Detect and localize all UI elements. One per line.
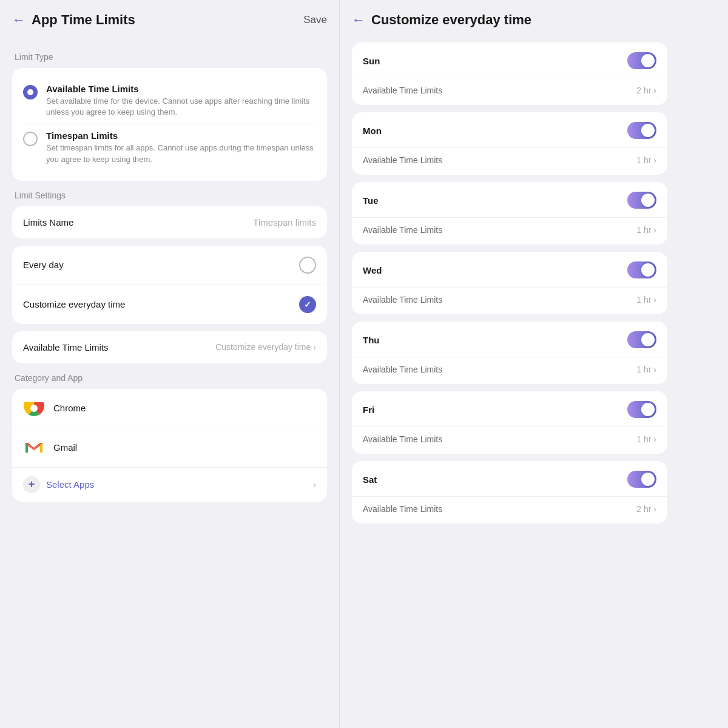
radio-option-timespan[interactable]: Timespan Limits Set timespan limits for … xyxy=(23,124,316,170)
day-time-label-fri: Available Time Limits xyxy=(363,434,442,444)
day-time-row-fri[interactable]: Available Time Limits 1 hr › xyxy=(352,426,667,454)
toggle-knob xyxy=(641,194,655,207)
day-header-sat: Sat xyxy=(352,461,667,496)
day-time-value-tue: 1 hr › xyxy=(636,225,656,235)
day-time-value-fri: 1 hr › xyxy=(636,434,656,444)
day-time-value-mon: 1 hr › xyxy=(636,155,656,165)
day-card-wed: Wed Available Time Limits 1 hr › xyxy=(352,252,667,314)
day-time-value-sun: 2 hr › xyxy=(636,86,656,95)
plus-icon: + xyxy=(23,476,40,493)
save-button[interactable]: Save xyxy=(303,14,327,26)
day-chevron-icon: › xyxy=(653,155,656,165)
customize-everyday-row[interactable]: Customize everyday time xyxy=(12,285,327,324)
day-card-thu: Thu Available Time Limits 1 hr › xyxy=(352,322,667,384)
day-time-row-mon[interactable]: Available Time Limits 1 hr › xyxy=(352,147,667,175)
select-apps-row[interactable]: + Select Apps › xyxy=(12,468,327,502)
customize-everyday-check xyxy=(299,296,316,313)
day-card-sat: Sat Available Time Limits 2 hr › xyxy=(352,461,667,524)
day-time-value-thu: 1 hr › xyxy=(636,365,656,374)
day-name-sun: Sun xyxy=(363,56,380,66)
day-time-value-wed: 1 hr › xyxy=(636,295,656,305)
toggle-sun[interactable] xyxy=(627,52,656,69)
every-day-label: Every day xyxy=(23,260,64,270)
svg-point-2 xyxy=(30,405,38,412)
limit-settings-label: Limit Settings xyxy=(12,190,327,200)
toggle-knob xyxy=(641,473,655,486)
day-header-wed: Wed xyxy=(352,252,667,287)
day-header-sun: Sun xyxy=(352,42,667,78)
available-time-chevron-icon: › xyxy=(313,342,316,352)
day-name-mon: Mon xyxy=(363,126,382,136)
left-back-button[interactable]: ← xyxy=(12,12,25,28)
day-chevron-icon: › xyxy=(653,86,656,95)
day-card-mon: Mon Available Time Limits 1 hr › xyxy=(352,112,667,175)
day-header-mon: Mon xyxy=(352,112,667,147)
day-name-thu: Thu xyxy=(363,335,380,345)
customize-everyday-label: Customize everyday time xyxy=(23,299,125,309)
available-time-link-value: Customize everyday time › xyxy=(215,342,316,352)
day-time-row-tue[interactable]: Available Time Limits 1 hr › xyxy=(352,217,667,244)
day-card-tue: Tue Available Time Limits 1 hr › xyxy=(352,182,667,244)
day-time-label-tue: Available Time Limits xyxy=(363,225,442,235)
toggle-fri[interactable] xyxy=(627,401,656,418)
app-name-chrome: Chrome xyxy=(53,403,86,413)
toggle-knob xyxy=(641,263,655,277)
day-header-thu: Thu xyxy=(352,322,667,357)
radio-option-available[interactable]: Available Time Limits Set available time… xyxy=(23,78,316,124)
day-name-sat: Sat xyxy=(363,474,377,485)
day-header-fri: Fri xyxy=(352,391,667,426)
limit-type-card: Available Time Limits Set available time… xyxy=(12,68,327,181)
day-time-row-thu[interactable]: Available Time Limits 1 hr › xyxy=(352,357,667,384)
day-chevron-icon: › xyxy=(653,295,656,305)
day-name-tue: Tue xyxy=(363,195,379,206)
radio-available-text: Available Time Limits Set available time… xyxy=(46,84,316,118)
select-apps-label: Select Apps xyxy=(46,479,94,490)
available-time-link-card[interactable]: Available Time Limits Customize everyday… xyxy=(12,331,327,363)
day-time-label-wed: Available Time Limits xyxy=(363,295,442,305)
toggle-tue[interactable] xyxy=(627,192,656,209)
day-time-label-mon: Available Time Limits xyxy=(363,155,442,165)
day-chevron-icon: › xyxy=(653,504,656,514)
day-time-row-sat[interactable]: Available Time Limits 2 hr › xyxy=(352,496,667,524)
limit-type-label: Limit Type xyxy=(12,52,327,62)
day-card-fri: Fri Available Time Limits 1 hr › xyxy=(352,391,667,454)
radio-timespan-circle xyxy=(23,132,38,146)
left-header: ← App Time Limits Save xyxy=(12,0,327,42)
day-cards-container: Sun Available Time Limits 2 hr › Mon xyxy=(352,42,667,524)
left-page-title: App Time Limits xyxy=(32,12,303,28)
day-name-wed: Wed xyxy=(363,265,382,275)
toggle-thu[interactable] xyxy=(627,331,656,348)
right-page-title: Customize everyday time xyxy=(371,12,667,28)
right-header: ← Customize everyday time xyxy=(352,0,667,42)
right-back-button[interactable]: ← xyxy=(352,12,365,28)
app-name-gmail: Gmail xyxy=(53,442,77,453)
schedule-options-card: Every day Customize everyday time xyxy=(12,246,327,324)
limits-name-card[interactable]: Limits Name Timespan limits xyxy=(12,206,327,238)
gmail-icon xyxy=(23,437,45,459)
every-day-row[interactable]: Every day xyxy=(12,246,327,285)
toggle-mon[interactable] xyxy=(627,122,656,139)
radio-timespan-title: Timespan Limits xyxy=(46,130,316,141)
day-time-row-sun[interactable]: Available Time Limits 2 hr › xyxy=(352,78,667,105)
app-row-chrome[interactable]: Chrome xyxy=(12,389,327,428)
radio-timespan-text: Timespan Limits Set timespan limits for … xyxy=(46,130,316,164)
day-chevron-icon: › xyxy=(653,225,656,235)
day-name-fri: Fri xyxy=(363,405,374,415)
select-apps-chevron-icon: › xyxy=(313,480,316,490)
right-panel: ← Customize everyday time Sun Available … xyxy=(340,0,679,728)
day-header-tue: Tue xyxy=(352,182,667,217)
day-card-sun: Sun Available Time Limits 2 hr › xyxy=(352,42,667,105)
toggle-sat[interactable] xyxy=(627,471,656,488)
radio-available-circle xyxy=(23,85,38,99)
category-app-label: Category and App xyxy=(12,373,327,383)
day-time-row-wed[interactable]: Available Time Limits 1 hr › xyxy=(352,287,667,314)
toggle-knob xyxy=(641,403,655,416)
radio-timespan-desc: Set timespan limits for all apps. Cannot… xyxy=(46,143,316,164)
select-apps-left: + Select Apps xyxy=(23,476,94,493)
day-time-label-thu: Available Time Limits xyxy=(363,365,442,374)
day-time-label-sun: Available Time Limits xyxy=(363,86,442,95)
day-time-value-sat: 2 hr › xyxy=(636,504,656,514)
toggle-wed[interactable] xyxy=(627,261,656,278)
app-row-gmail[interactable]: Gmail xyxy=(12,428,327,468)
toggle-knob xyxy=(641,333,655,346)
